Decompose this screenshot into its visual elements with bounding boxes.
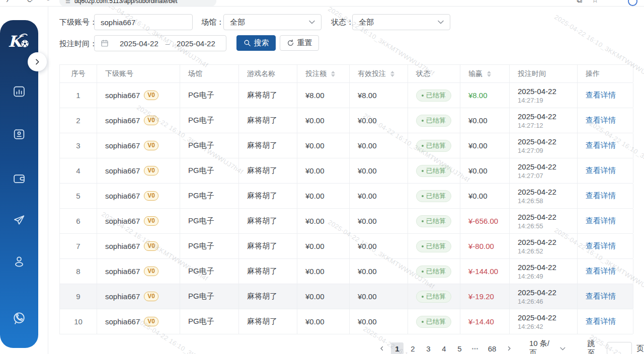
url-text[interactable]: dq602p.com:5113/app/subordinate/bet: [74, 0, 178, 5]
view-details-link[interactable]: 查看详情: [586, 191, 616, 201]
cell-bet-time: 2025-04-22 14:27:19: [510, 83, 578, 108]
cell-account: sophia667 V0: [97, 108, 180, 133]
vip-level-badge: V0: [144, 91, 158, 100]
sidebar-expand-button[interactable]: [28, 52, 47, 71]
status-badge: 已结算: [416, 215, 451, 227]
sidebar-item-members[interactable]: [11, 126, 27, 142]
cell-win-loss: ¥8.00: [460, 83, 510, 108]
status-dot-icon: [422, 271, 424, 273]
status-badge: 已结算: [416, 140, 451, 152]
status-value: 全部: [359, 18, 374, 27]
cell-venue: PG电子: [180, 108, 239, 133]
bookmark-star-icon[interactable]: ☆: [592, 0, 598, 5]
vip-level-badge: V0: [144, 267, 158, 276]
venue-select[interactable]: 全部: [223, 14, 321, 30]
bet-time: 14:27:12: [518, 122, 543, 129]
header-actions: 操作: [578, 65, 633, 82]
venue-value: 全部: [230, 18, 245, 27]
status-dot-icon: [422, 95, 424, 97]
cell-bet-amount: ¥0.00: [297, 209, 350, 233]
cell-valid-bet: ¥0.00: [350, 108, 408, 133]
sidebar-item-wallet[interactable]: [11, 170, 27, 187]
translate-icon[interactable]: ⧉: [577, 0, 582, 5]
cell-account: sophia667 V0: [97, 309, 180, 334]
status-dot-icon: [422, 195, 424, 197]
page-button-3[interactable]: 3: [422, 342, 435, 354]
view-details-link[interactable]: 查看详情: [586, 267, 616, 276]
next-page-button[interactable]: [503, 342, 515, 354]
search-button[interactable]: 搜索: [236, 35, 276, 51]
cell-game: 麻将胡了: [239, 309, 297, 334]
win-amount: ¥0.00: [468, 116, 488, 125]
sidebar-item-profile[interactable]: [11, 253, 27, 270]
bet-time-label: 投注时间：: [59, 39, 97, 49]
reset-button[interactable]: 重置: [280, 35, 319, 51]
cell-win-loss: ¥-656.00: [460, 209, 510, 233]
cell-valid-bet: ¥0.00: [350, 133, 408, 158]
cell-game: 麻将胡了: [239, 209, 297, 233]
cell-account: sophia667 V0: [97, 284, 180, 309]
cell-venue: PG电子: [180, 309, 239, 334]
status-text: 已结算: [426, 292, 446, 301]
view-details-link[interactable]: 查看详情: [586, 91, 616, 100]
prev-page-button[interactable]: [375, 342, 388, 354]
view-details-link[interactable]: 查看详情: [586, 116, 616, 125]
page-button-1[interactable]: 1: [391, 342, 404, 354]
cell-bet-time: 2025-04-22 14:26:49: [510, 259, 578, 284]
chevron-left-icon: [379, 345, 385, 351]
cell-game: 麻将胡了: [239, 108, 297, 133]
table-row: 3 sophia667 V0 PG电子 麻将胡了 ¥0.00 ¥0.00 已结算…: [59, 133, 633, 158]
forward-icon[interactable]: ›: [6, 0, 9, 4]
status-select[interactable]: 全部: [352, 14, 450, 30]
win-amount: ¥-656.00: [468, 217, 498, 225]
page-button-4[interactable]: 4: [438, 342, 450, 354]
page-size-select[interactable]: 10 条/页: [529, 339, 566, 354]
view-details-link[interactable]: 查看详情: [586, 216, 616, 226]
cell-status: 已结算: [408, 83, 460, 108]
view-details-link[interactable]: 查看详情: [586, 241, 616, 251]
date-range-picker[interactable]: 2025-04-22 – 2025-04-22: [94, 35, 226, 51]
cell-action: 查看详情: [578, 158, 633, 183]
sort-icon[interactable]: [487, 71, 491, 77]
view-details-link[interactable]: 查看详情: [586, 292, 616, 301]
header-bet-amount[interactable]: 投注额: [297, 65, 350, 82]
view-details-link[interactable]: 查看详情: [586, 166, 616, 175]
header-win-loss[interactable]: 输赢: [460, 65, 510, 82]
sort-icon[interactable]: [390, 71, 394, 77]
cell-status: 已结算: [408, 158, 460, 183]
cell-account: sophia667 V0: [97, 259, 180, 284]
sidebar-item-promotion[interactable]: [11, 212, 27, 228]
cell-action: 查看详情: [578, 108, 633, 133]
pages-ellipsis[interactable]: •••: [469, 342, 481, 354]
view-details-link[interactable]: 查看详情: [586, 141, 616, 150]
info-icon[interactable]: ○: [46, 0, 50, 3]
page-button-5[interactable]: 5: [453, 342, 466, 354]
page-suffix-label: 页: [636, 344, 644, 353]
header-valid-bet[interactable]: 有效投注: [350, 65, 408, 82]
brand-logo[interactable]: K: [8, 31, 31, 53]
browser-avatar[interactable]: [628, 0, 637, 6]
site-settings-icon[interactable]: ☰: [65, 0, 70, 5]
page-button-last[interactable]: 68: [485, 342, 500, 354]
date-from[interactable]: 2025-04-22: [120, 39, 158, 48]
browser-toolbar: › ⟳ ○ ☰ dq602p.com:5113/app/subordinate/…: [0, 0, 644, 7]
status-dot-icon: [422, 296, 424, 298]
reload-icon[interactable]: ⟳: [27, 0, 34, 5]
cell-index: 3: [60, 133, 97, 158]
account-input[interactable]: [94, 14, 193, 30]
sidebar-item-support[interactable]: [11, 310, 27, 326]
view-details-link[interactable]: 查看详情: [586, 317, 616, 326]
jump-page-input[interactable]: [607, 342, 632, 354]
cell-bet-amount: ¥0.00: [297, 184, 350, 208]
cell-game: 麻将胡了: [239, 158, 297, 183]
address-bar[interactable]: ☰ dq602p.com:5113/app/subordinate/bet: [59, 0, 216, 7]
sort-icon[interactable]: [331, 71, 335, 77]
cell-win-loss: ¥-144.00: [460, 259, 510, 284]
phone-support-icon: [12, 311, 27, 326]
date-to[interactable]: 2025-04-22: [177, 39, 215, 48]
sidebar-item-reports[interactable]: [11, 83, 27, 100]
cell-status: 已结算: [408, 284, 460, 309]
bet-date: 2025-04-22: [518, 313, 556, 322]
cell-win-loss: ¥0.00: [460, 158, 510, 183]
page-button-2[interactable]: 2: [407, 342, 419, 354]
